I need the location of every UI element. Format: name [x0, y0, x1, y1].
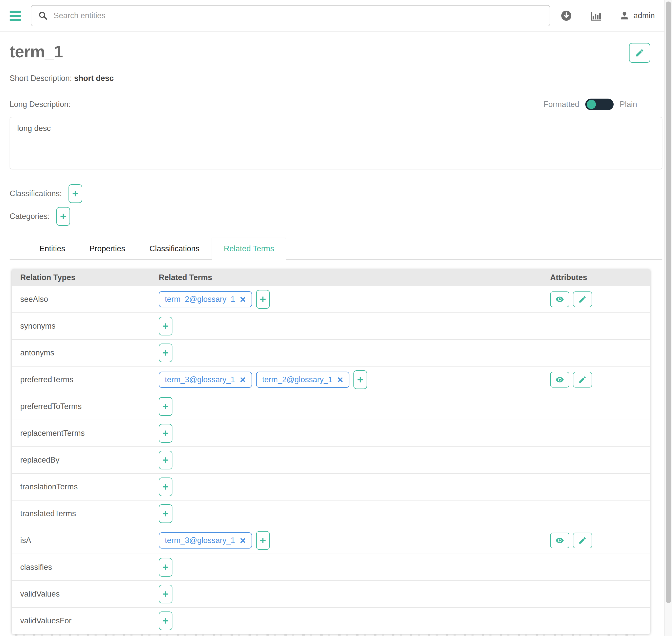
- add-related-term-button[interactable]: [159, 558, 173, 577]
- attributes-cell: [541, 292, 650, 307]
- related-term-name: term_2@glossary_1: [262, 375, 333, 384]
- related-terms-cell: [150, 608, 541, 634]
- relation-row-replacementTerms: replacementTerms: [12, 420, 650, 446]
- column-related-terms: Related Terms: [150, 273, 541, 282]
- related-term-name: term_2@glossary_1: [165, 295, 235, 304]
- add-related-term-button[interactable]: [159, 317, 173, 335]
- edit-term-button[interactable]: [629, 43, 650, 63]
- relation-type-label: synonyms: [12, 321, 150, 331]
- related-term-name: term_3@glossary_1: [165, 375, 235, 384]
- view-attributes-button[interactable]: [550, 533, 569, 548]
- remove-term-icon[interactable]: [337, 377, 343, 383]
- add-classification-button[interactable]: [68, 184, 82, 203]
- related-term-chip[interactable]: term_2@glossary_1: [256, 372, 350, 388]
- toggle-plain-label: Plain: [620, 100, 637, 109]
- format-toggle-switch[interactable]: [585, 99, 614, 110]
- add-category-button[interactable]: [56, 207, 70, 226]
- add-related-term-button[interactable]: [353, 370, 367, 389]
- relation-type-label: preferredTerms: [12, 375, 150, 384]
- related-terms-cell: term_3@glossary_1: [150, 528, 541, 553]
- related-term-chip[interactable]: term_3@glossary_1: [159, 372, 252, 388]
- tabs: EntitiesPropertiesClassificationsRelated…: [9, 238, 663, 260]
- table-body: seeAlsoterm_2@glossary_1synonymsantonyms…: [12, 286, 650, 634]
- add-related-term-button[interactable]: [159, 343, 173, 362]
- tab-classifications[interactable]: Classifications: [137, 238, 212, 260]
- add-related-term-button[interactable]: [159, 504, 173, 523]
- classifications-label: Classifications:: [9, 189, 62, 198]
- relation-row-antonyms: antonyms: [12, 339, 650, 366]
- relation-type-label: isA: [12, 536, 150, 545]
- related-terms-cell: [150, 554, 541, 580]
- related-term-chip[interactable]: term_2@glossary_1: [159, 291, 252, 307]
- clipped-content-below: [15, 634, 642, 636]
- add-related-term-button[interactable]: [159, 397, 173, 416]
- edit-attributes-button[interactable]: [573, 372, 592, 387]
- tab-entities[interactable]: Entities: [27, 238, 77, 260]
- relation-row-preferredToTerms: preferredToTerms: [12, 393, 650, 420]
- related-terms-cell: [150, 501, 541, 526]
- tab-properties[interactable]: Properties: [77, 238, 137, 260]
- short-description-value: short desc: [74, 74, 114, 83]
- relation-row-seeAlso: seeAlsoterm_2@glossary_1: [12, 286, 650, 313]
- long-description-input[interactable]: long desc: [9, 117, 663, 170]
- menu-icon[interactable]: [9, 11, 21, 21]
- relation-row-translatedTerms: translatedTerms: [12, 500, 650, 527]
- toggle-formatted-label: Formatted: [543, 100, 579, 109]
- related-terms-cell: term_2@glossary_1: [150, 286, 541, 312]
- add-related-term-button[interactable]: [159, 585, 173, 603]
- related-terms-cell: [150, 394, 541, 419]
- add-related-term-button[interactable]: [256, 531, 270, 550]
- attributes-cell: [541, 372, 650, 387]
- view-attributes-button[interactable]: [550, 372, 569, 387]
- relation-type-label: translationTerms: [12, 482, 150, 492]
- column-relation-types: Relation Types: [12, 273, 150, 282]
- topbar-icons: admin: [560, 9, 661, 22]
- search-input[interactable]: [53, 11, 543, 20]
- user-icon: [619, 10, 630, 21]
- relation-type-label: validValues: [12, 590, 150, 599]
- tab-related-terms[interactable]: Related Terms: [212, 238, 286, 260]
- relation-type-label: antonyms: [12, 348, 150, 357]
- related-term-chip[interactable]: term_3@glossary_1: [159, 532, 252, 549]
- short-description-label: Short Description:: [9, 74, 72, 83]
- add-related-term-button[interactable]: [159, 451, 173, 470]
- related-terms-cell: [150, 313, 541, 339]
- add-related-term-button[interactable]: [159, 612, 173, 630]
- relation-row-validValues: validValues: [12, 580, 650, 607]
- related-term-name: term_3@glossary_1: [165, 536, 235, 545]
- relation-type-label: validValuesFor: [12, 616, 150, 625]
- search-box[interactable]: [31, 5, 550, 26]
- related-terms-cell: [150, 581, 541, 607]
- relation-type-label: classifies: [12, 563, 150, 572]
- remove-term-icon[interactable]: [240, 537, 246, 544]
- edit-attributes-button[interactable]: [573, 292, 592, 307]
- relation-row-isA: isAterm_3@glossary_1: [12, 527, 650, 554]
- attributes-cell: [541, 533, 650, 548]
- categories-label: Categories:: [9, 212, 50, 221]
- remove-term-icon[interactable]: [240, 377, 246, 383]
- related-terms-cell: [150, 420, 541, 446]
- add-related-term-button[interactable]: [159, 477, 173, 496]
- download-icon[interactable]: [560, 9, 572, 22]
- relation-type-label: seeAlso: [12, 295, 150, 304]
- add-related-term-button[interactable]: [256, 290, 270, 309]
- user-menu[interactable]: admin: [619, 10, 655, 21]
- relation-type-label: preferredToTerms: [12, 402, 150, 411]
- column-attributes: Attributes: [541, 273, 650, 282]
- add-related-term-button[interactable]: [159, 424, 173, 443]
- related-terms-cell: [150, 447, 541, 473]
- statistics-chart-icon[interactable]: [589, 9, 602, 22]
- view-attributes-button[interactable]: [550, 292, 569, 307]
- relation-row-classifies: classifies: [12, 554, 650, 580]
- topbar: admin: [0, 0, 672, 32]
- edit-attributes-button[interactable]: [573, 533, 592, 548]
- term-detail-page: term_1 Short Description: short desc Lon…: [0, 42, 672, 634]
- vertical-scrollbar-thumb[interactable]: [666, 1, 671, 603]
- plus-icon: [71, 190, 79, 198]
- remove-term-icon[interactable]: [240, 296, 246, 303]
- toggle-knob: [587, 100, 596, 109]
- long-description-label: Long Description:: [9, 100, 71, 109]
- vertical-scrollbar-track[interactable]: [665, 0, 672, 636]
- relation-row-validValuesFor: validValuesFor: [12, 607, 650, 634]
- related-terms-cell: [150, 474, 541, 500]
